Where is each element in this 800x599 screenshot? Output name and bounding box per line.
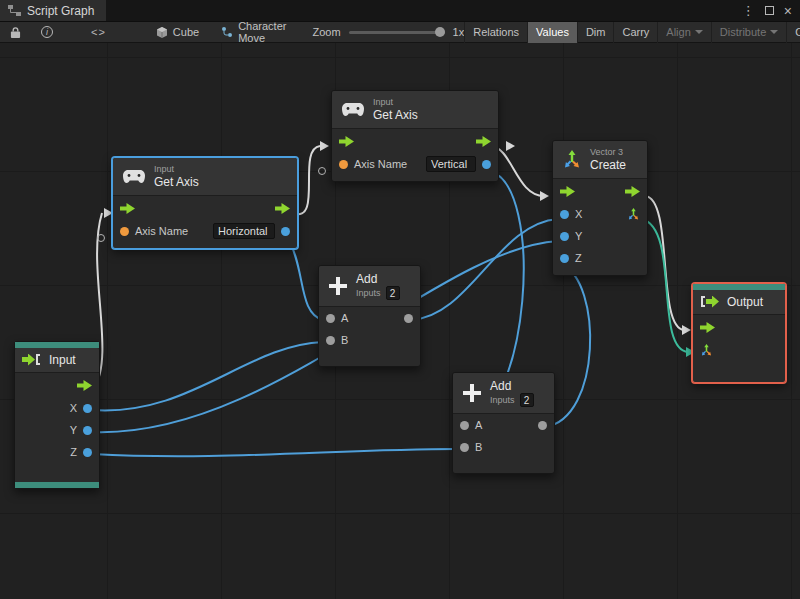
node-title: Get Axis (373, 108, 418, 122)
node-get-axis-horizontal[interactable]: Input Get Axis Axis Name (112, 157, 298, 249)
flow-arrowhead (540, 191, 549, 201)
graph-breadcrumb[interactable]: Character Move (221, 20, 286, 44)
zoom-slider[interactable] (349, 31, 445, 34)
node-graph-input[interactable]: Input X Y Z (14, 341, 100, 489)
cube-icon (156, 26, 168, 39)
maximize-icon[interactable] (765, 6, 774, 15)
close-icon[interactable]: × (784, 0, 792, 22)
input-b-port[interactable] (460, 443, 469, 452)
flow-out-port[interactable] (625, 186, 640, 197)
overview-button[interactable]: Overv (786, 22, 800, 43)
node-category: Vector 3 (590, 147, 626, 158)
node-subtitle: Inputs (490, 395, 515, 406)
carry-label: Carry (622, 26, 649, 38)
node-header: Input (15, 348, 99, 373)
node-header: Add Inputs (319, 266, 420, 307)
plus-icon (462, 383, 482, 403)
port-label: Y (575, 230, 582, 242)
string-port[interactable] (120, 227, 129, 236)
align-label: Align (666, 26, 690, 38)
info-icon[interactable]: i (35, 22, 59, 43)
port-label: B (475, 441, 482, 453)
node-get-axis-vertical[interactable]: Input Get Axis Axis Name (331, 90, 499, 182)
flow-out-port[interactable] (476, 136, 491, 147)
node-subtitle: Inputs (356, 288, 381, 299)
dim-button[interactable]: Dim (577, 22, 614, 43)
node-header: Input Get Axis (332, 91, 498, 129)
node-vector3-create[interactable]: Vector 3 Create X Y Z (552, 140, 648, 276)
node-graph-output[interactable]: Output (692, 283, 786, 383)
unconnected-port[interactable] (97, 234, 105, 242)
port-label: Axis Name (354, 158, 407, 170)
distribute-dropdown[interactable]: Distribute (711, 22, 786, 43)
z-port[interactable] (560, 254, 569, 263)
node-header: Output (693, 290, 785, 315)
y-port[interactable] (560, 232, 569, 241)
axis-name-field[interactable] (426, 156, 476, 172)
values-button[interactable]: Values (527, 22, 577, 43)
code-icon[interactable]: <> (85, 22, 112, 43)
sum-port[interactable] (538, 421, 547, 430)
node-category: Input (373, 97, 418, 108)
graph-asset-icon (221, 26, 233, 38)
input-b-port[interactable] (326, 336, 335, 345)
node-header: Vector 3 Create (553, 141, 647, 179)
string-port[interactable] (339, 160, 348, 169)
flow-out-port[interactable] (77, 380, 92, 391)
axis-name-field[interactable] (213, 223, 275, 239)
flow-in-port[interactable] (560, 186, 575, 197)
node-add-top[interactable]: Add Inputs A B (318, 265, 421, 367)
tab-script-graph[interactable]: Script Graph (0, 0, 106, 21)
graph-canvas[interactable]: Input Get Axis Axis Name Input Get Axis (0, 43, 800, 599)
node-title: Add (356, 272, 400, 286)
flow-out-port[interactable] (275, 203, 290, 214)
input-a-port[interactable] (326, 314, 335, 323)
script-graph-icon (8, 5, 21, 16)
port-label: B (341, 334, 348, 346)
input-a-port[interactable] (460, 421, 469, 430)
zoom-label: Zoom (312, 26, 340, 38)
plus-icon (328, 276, 348, 296)
flow-in-port[interactable] (700, 322, 715, 333)
carry-button[interactable]: Carry (613, 22, 657, 43)
z-out-port[interactable] (83, 448, 92, 457)
chevron-down-icon (770, 30, 778, 34)
x-port[interactable] (560, 210, 569, 219)
port-label: Z (575, 252, 582, 264)
node-title: Create (590, 158, 626, 172)
result-port[interactable] (482, 160, 491, 169)
connection-input-z-to-add2-b[interactable] (92, 449, 457, 456)
x-out-port[interactable] (83, 404, 92, 413)
port-label: A (341, 312, 348, 324)
lock-icon[interactable] (4, 22, 27, 43)
connection-add1-to-vector3-x[interactable] (411, 219, 558, 320)
result-port[interactable] (281, 227, 290, 236)
sum-port[interactable] (404, 314, 413, 323)
vector3-out-port-icon[interactable] (627, 208, 640, 221)
port-label: A (475, 419, 482, 431)
port-label: X (70, 402, 77, 414)
flow-in-port[interactable] (120, 203, 135, 214)
relations-button[interactable]: Relations (464, 22, 527, 43)
flow-in-port[interactable] (339, 136, 354, 147)
toolbar-button-group: Relations Values Dim Carry Align Distrib… (464, 22, 800, 43)
graph-toolbar: i <> Cube Character Move Zoom 1x Relatio… (0, 22, 800, 43)
kebab-menu-icon[interactable]: ⋮ (742, 0, 755, 22)
node-header: Add Inputs (453, 373, 554, 414)
y-out-port[interactable] (83, 426, 92, 435)
port-label: Axis Name (135, 225, 188, 237)
vector3-in-port-icon[interactable] (700, 344, 713, 357)
values-label: Values (536, 26, 569, 38)
inputs-count-field[interactable] (520, 393, 534, 407)
inputs-count-field[interactable] (386, 286, 400, 300)
connection-vector3-to-output-value[interactable] (642, 219, 688, 352)
input-arrow-icon (22, 354, 41, 366)
node-add-bottom[interactable]: Add Inputs A B (452, 372, 555, 474)
node-color-strip (15, 482, 99, 488)
vector3-icon (562, 150, 582, 170)
unconnected-port[interactable] (318, 167, 326, 175)
zoom-slider-handle[interactable] (435, 27, 445, 37)
dim-label: Dim (586, 26, 606, 38)
align-dropdown[interactable]: Align (657, 22, 710, 43)
object-breadcrumb[interactable]: Cube (156, 26, 199, 39)
